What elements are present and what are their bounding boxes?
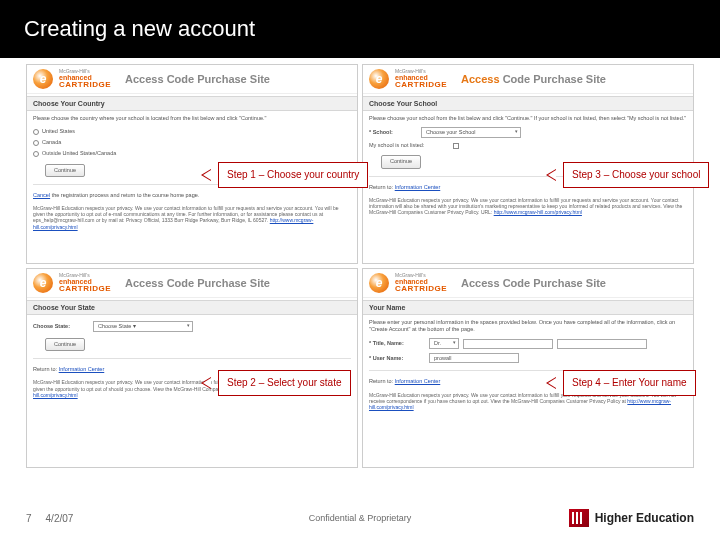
arrow-left-icon [201, 377, 211, 389]
radio-icon [33, 129, 39, 135]
panel1-instr: Please choose the country where your sch… [33, 115, 351, 122]
panel4-instr: Please enter your personal information i… [369, 319, 687, 333]
callout-step3-text: Step 3 – Choose your school [572, 169, 700, 180]
panel3-fine: McGraw-Hill Education respects your priv… [363, 193, 693, 220]
panel1-cancel: Cancel the registration process and retu… [27, 188, 357, 201]
callout-step1-text: Step 1 – Choose your country [227, 169, 359, 180]
callout-step3: Step 3 – Choose your school [563, 162, 709, 188]
site-title: Access Code Purchase Site [461, 277, 606, 289]
name-row: * Title, Name: Dr. [369, 336, 687, 351]
slide-footer: 7 4/2/07 Confidential & Proprietary High… [0, 506, 720, 530]
continue-button[interactable]: Continue [45, 164, 85, 177]
panel1-fine: McGraw-Hill Education respects your priv… [27, 201, 357, 234]
slide-title: Creating a new account [0, 0, 720, 58]
return-label: Return to: [369, 184, 395, 190]
page-number: 7 [26, 513, 32, 524]
panel-step4: e McGraw-Hill's enhanced CARTRIDGE Acces… [362, 268, 694, 468]
return-link[interactable]: Information Center [395, 378, 441, 384]
logo-bot: CARTRIDGE [395, 81, 447, 89]
notlisted-label: My school is not listed: [369, 142, 449, 149]
notlisted-checkbox[interactable] [453, 143, 459, 149]
firstname-input[interactable] [463, 339, 553, 349]
callout-step4-text: Step 4 – Enter Your name [572, 377, 687, 388]
cartridge-logo-icon: e [33, 273, 53, 293]
logo-bot: CARTRIDGE [59, 81, 111, 89]
lastname-input[interactable] [557, 339, 647, 349]
user-label: * User Name: [369, 355, 425, 362]
return-label: Return to: [33, 366, 59, 372]
state-row: Choose State: Choose State ▾ [33, 319, 351, 334]
radio-outside[interactable]: Outside United States/Canada [33, 148, 351, 159]
panel-step2: e McGraw-Hill's enhanced CARTRIDGE Acces… [26, 268, 358, 468]
school-select[interactable]: Choose your School [421, 127, 521, 138]
panel4-body: Please enter your personal information i… [363, 315, 693, 367]
continue-button[interactable]: Continue [381, 155, 421, 168]
confidential-label: Confidential & Proprietary [309, 513, 412, 523]
cartridge-logo-icon: e [33, 69, 53, 89]
panel1-header: e McGraw-Hill's enhanced CARTRIDGE Acces… [27, 65, 357, 94]
panel1-section-head: Choose Your Country [27, 96, 357, 111]
radio-us-label: United States [42, 128, 75, 135]
school-row: * School: Choose your School [369, 125, 687, 140]
cartridge-logo-text: McGraw-Hill's enhanced CARTRIDGE [395, 69, 447, 89]
privacy-link[interactable]: http://www.mcgraw-hill.com/privacy.html [494, 209, 582, 215]
return-link[interactable]: Information Center [59, 366, 105, 372]
radio-us[interactable]: United States [33, 126, 351, 137]
site-title: Access Code Purchase Site [125, 73, 270, 85]
panel2-header: e McGraw-Hill's enhanced CARTRIDGE Acces… [27, 269, 357, 298]
username-row: * User Name: prowall [369, 351, 687, 365]
cartridge-logo-icon: e [369, 69, 389, 89]
callout-step2: Step 2 – Select your state [218, 370, 351, 396]
radio-ca-label: Canada [42, 139, 61, 146]
callout-step4: Step 4 – Enter Your name [563, 370, 696, 396]
radio-out-label: Outside United States/Canada [42, 150, 116, 157]
panel4-section-head: Your Name [363, 300, 693, 315]
panel4-header: e McGraw-Hill's enhanced CARTRIDGE Acces… [363, 269, 693, 298]
radio-icon [33, 151, 39, 157]
accent-word: Access [461, 73, 500, 85]
state-select[interactable]: Choose State ▾ [93, 321, 193, 332]
username-input[interactable]: prowall [429, 353, 519, 363]
brand-text: Higher Education [595, 511, 694, 525]
panel3-instr: Please choose your school from the list … [369, 115, 687, 122]
cartridge-logo-text: McGraw-Hill's enhanced CARTRIDGE [395, 273, 447, 293]
site-title: Access Code Purchase Site [461, 73, 606, 85]
arrow-left-icon [546, 169, 556, 181]
panel3-header: e McGraw-Hill's enhanced CARTRIDGE Acces… [363, 65, 693, 94]
arrow-left-icon [201, 169, 211, 181]
panel3-section-head: Choose Your School [363, 96, 693, 111]
site-title: Access Code Purchase Site [125, 277, 270, 289]
state-label: Choose State: [33, 323, 89, 330]
cartridge-logo-text: McGraw-Hill's enhanced CARTRIDGE [59, 69, 111, 89]
title-rest: Code Purchase Site [500, 73, 606, 85]
arrow-left-icon [546, 377, 556, 389]
footer-brand: Higher Education [569, 509, 694, 527]
panel2-section-head: Choose Your State [27, 300, 357, 315]
logo-bot: CARTRIDGE [395, 285, 447, 293]
cancel-link[interactable]: Cancel [33, 192, 50, 198]
callout-step1: Step 1 – Choose your country [218, 162, 368, 188]
title-select[interactable]: Dr. [429, 338, 459, 349]
title-label: * Title, Name: [369, 340, 425, 347]
panel2-body: Choose State: Choose State ▾ Continue [27, 315, 357, 355]
return-link[interactable]: Information Center [395, 184, 441, 190]
cartridge-logo-text: McGraw-Hill's enhanced CARTRIDGE [59, 273, 111, 293]
radio-canada[interactable]: Canada [33, 137, 351, 148]
radio-icon [33, 140, 39, 146]
footer-date: 4/2/07 [46, 513, 74, 524]
return-label: Return to: [369, 378, 395, 384]
callout-step2-text: Step 2 – Select your state [227, 377, 342, 388]
cartridge-logo-icon: e [369, 273, 389, 293]
school-label: * School: [369, 129, 417, 136]
logo-bot: CARTRIDGE [59, 285, 111, 293]
notlisted-row: My school is not listed: [369, 140, 687, 151]
panels-grid: e McGraw-Hill's enhanced CARTRIDGE Acces… [0, 58, 720, 468]
continue-button[interactable]: Continue [45, 338, 85, 351]
cancel-rest: the registration process and return to t… [50, 192, 199, 198]
mcgraw-hill-logo-icon [569, 509, 589, 527]
